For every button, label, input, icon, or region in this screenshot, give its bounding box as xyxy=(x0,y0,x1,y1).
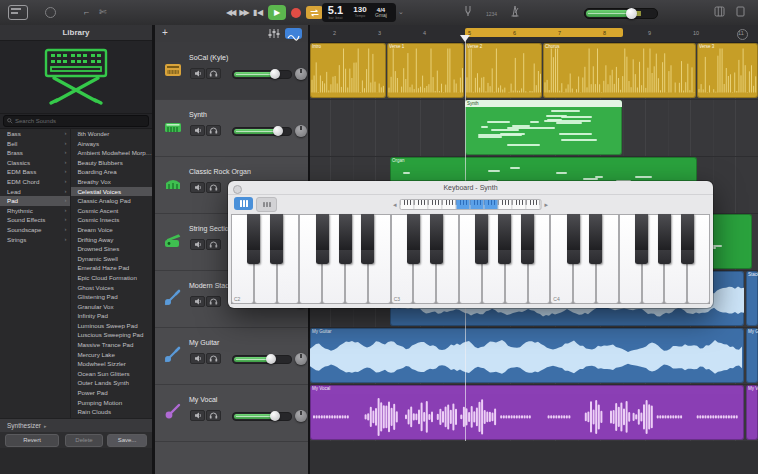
count-in-button[interactable]: 1234 xyxy=(486,8,497,20)
library-patch-item[interactable]: Classic Analog Pad xyxy=(71,196,152,206)
library-patch-item[interactable]: Glistening Pad xyxy=(71,292,152,302)
library-toggle-icon[interactable] xyxy=(8,5,28,20)
library-patch-item[interactable]: Dynamic Swell xyxy=(71,254,152,264)
forward-button[interactable]: ▶▶ xyxy=(239,8,247,17)
cycle-region[interactable] xyxy=(465,28,623,37)
lcd-mode-chevron-icon[interactable]: ⌄ xyxy=(398,8,404,16)
mute-button[interactable] xyxy=(190,182,205,193)
octave-cell[interactable] xyxy=(401,200,415,209)
solo-button[interactable] xyxy=(206,410,221,421)
play-button[interactable]: ▶ xyxy=(268,5,286,20)
library-patch-item[interactable]: Outer Lands Synth xyxy=(71,378,152,388)
library-patch-item[interactable]: Pumping Motion xyxy=(71,398,152,408)
octave-cell[interactable] xyxy=(443,200,457,209)
solo-button[interactable] xyxy=(206,353,221,364)
pan-knob[interactable] xyxy=(295,410,307,422)
piano-key-black[interactable] xyxy=(247,214,260,264)
library-patch-item[interactable]: Drifting Away xyxy=(71,235,152,245)
library-category-item[interactable]: Lead› xyxy=(0,187,70,197)
notepad-icon[interactable] xyxy=(736,6,745,20)
library-patch-item[interactable]: Beauty Blubbers xyxy=(71,158,152,168)
library-category-item[interactable]: EDM Bass› xyxy=(0,167,70,177)
keyboard-window[interactable]: Keyboard - Synth ◂ ▸ C2C3C4 xyxy=(228,181,713,308)
timeline-lane[interactable]: My VocalMy V xyxy=(310,384,758,442)
scissors-icon[interactable]: ✄ xyxy=(99,6,107,18)
track-volume-slider[interactable] xyxy=(232,70,292,79)
library-patch-item[interactable]: Celestial Voices xyxy=(71,187,152,197)
typing-mode-button[interactable] xyxy=(256,197,277,212)
library-patch-item[interactable]: 8th Wonder xyxy=(71,129,152,139)
lcd-display[interactable]: 5.1 bar beat 130 Tempo 4/4 Gmaj xyxy=(322,3,396,22)
piano-key-black[interactable] xyxy=(475,214,488,264)
library-patch-item[interactable]: Breathy Vox xyxy=(71,177,152,187)
revert-button[interactable]: Revert xyxy=(5,434,59,447)
catch-playhead-icon[interactable] xyxy=(737,29,748,40)
track-volume-slider[interactable] xyxy=(232,127,292,136)
timeline-region[interactable]: My Guitar xyxy=(310,328,744,383)
library-patch-item[interactable]: Modwheel Sizzler xyxy=(71,359,152,369)
metronome-icon[interactable] xyxy=(510,5,520,20)
library-patch-item[interactable]: Cosmic Insects xyxy=(71,215,152,225)
library-patch-item[interactable]: Airways xyxy=(71,139,152,149)
octave-cell[interactable] xyxy=(513,200,527,209)
track-volume-knob[interactable] xyxy=(273,126,283,136)
playhead-handle[interactable] xyxy=(460,35,470,42)
close-icon[interactable] xyxy=(233,185,242,194)
octave-cell[interactable] xyxy=(499,200,513,209)
octave-cell[interactable] xyxy=(457,200,471,209)
track-volume-knob[interactable] xyxy=(270,69,280,79)
mute-button[interactable] xyxy=(190,410,205,421)
timeline-region[interactable]: Verse 3 xyxy=(697,43,758,98)
timeline-region[interactable]: My G xyxy=(746,328,758,383)
library-category-item[interactable]: Brass› xyxy=(0,148,70,158)
piano-key-black[interactable] xyxy=(430,214,443,264)
library-category-item[interactable]: Classics› xyxy=(0,158,70,168)
library-patch-item[interactable]: Cosmic Ascent xyxy=(71,206,152,216)
track-volume-knob[interactable] xyxy=(270,411,280,421)
library-patch-item[interactable]: Mercury Lake xyxy=(71,350,152,360)
library-patch-item[interactable]: Drowned Sines xyxy=(71,244,152,254)
timeline-region[interactable]: Verse 1 xyxy=(387,43,464,98)
timeline-region[interactable]: Chorus xyxy=(543,43,696,98)
pan-knob[interactable] xyxy=(295,68,307,80)
track-header[interactable]: My Vocal xyxy=(155,384,308,442)
cycle-button[interactable] xyxy=(306,6,323,19)
library-patch-item[interactable]: Ambient Modwheel Morp… xyxy=(71,148,152,158)
piano-key-black[interactable] xyxy=(658,214,671,264)
library-patch-item[interactable]: Massive Trance Pad xyxy=(71,340,152,350)
master-volume-slider[interactable] xyxy=(584,8,658,19)
ruler[interactable]: 234567891011 xyxy=(310,25,758,43)
track-volume-slider[interactable] xyxy=(232,355,292,364)
mute-button[interactable] xyxy=(190,353,205,364)
timeline-region[interactable]: Verse 2 xyxy=(465,43,542,98)
library-patch-item[interactable]: Luminous Sweep Pad xyxy=(71,321,152,331)
loop-browser-icon[interactable] xyxy=(714,6,725,20)
piano-key-black[interactable] xyxy=(361,214,374,264)
library-patch-item[interactable]: Granular Vox xyxy=(71,302,152,312)
solo-button[interactable] xyxy=(206,182,221,193)
library-patch-item[interactable]: Emerald Haze Pad xyxy=(71,263,152,273)
add-track-button[interactable]: + xyxy=(162,27,168,38)
piano-key-black[interactable] xyxy=(316,214,329,264)
piano-key-black[interactable] xyxy=(589,214,602,264)
instrument-disclosure[interactable]: Synthesizer ▸ xyxy=(0,418,152,432)
library-category-item[interactable]: Strings› xyxy=(0,235,70,245)
library-patch-item[interactable]: Rain Clouds xyxy=(71,407,152,417)
piano-key-black[interactable] xyxy=(498,214,511,264)
octave-cell[interactable] xyxy=(429,200,443,209)
record-button[interactable] xyxy=(291,8,301,18)
keyboard-mode-button[interactable] xyxy=(234,197,253,210)
piano-key-black[interactable] xyxy=(407,214,420,264)
go-to-start-button[interactable]: ▮◀ xyxy=(253,8,264,17)
tuning-fork-icon[interactable] xyxy=(464,5,472,20)
timeline-region[interactable]: Stack xyxy=(746,271,758,326)
automation-button[interactable] xyxy=(285,28,302,39)
timeline-lane[interactable]: Synth xyxy=(310,99,758,157)
octave-left-icon[interactable]: ◂ xyxy=(393,201,397,208)
octave-right-icon[interactable]: ▸ xyxy=(545,201,549,208)
library-patch-item[interactable]: Power Pad xyxy=(71,388,152,398)
library-patch-item[interactable]: Boarding Area xyxy=(71,167,152,177)
master-volume-knob[interactable] xyxy=(626,8,637,19)
timeline-region[interactable]: My V xyxy=(746,385,758,440)
library-patch-item[interactable]: Ocean Sun Glitters xyxy=(71,369,152,379)
